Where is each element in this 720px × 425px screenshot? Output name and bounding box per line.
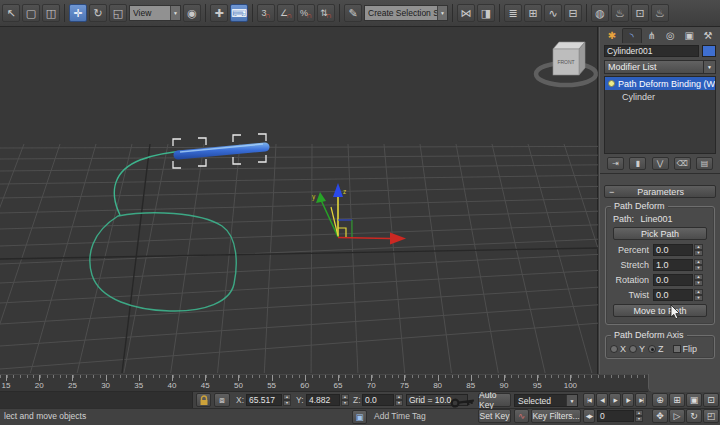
auto-key-button[interactable]: Auto Key	[478, 393, 511, 407]
keyboard-shortcut-override-toggle[interactable]: ⌨	[230, 4, 248, 22]
spinner-arrows[interactable]: ▲▼	[694, 244, 703, 256]
edit-named-selection-sets-button[interactable]: ✎	[344, 4, 362, 22]
add-time-tag[interactable]: Add Time Tag	[374, 411, 426, 421]
tab-utilities[interactable]: ⚒	[699, 28, 717, 43]
move-to-path-button[interactable]: Move to Path	[613, 304, 707, 317]
select-and-move-button[interactable]: ✛	[69, 4, 87, 22]
percent-snap-toggle-button[interactable]: %∩	[297, 4, 315, 22]
collapse-icon[interactable]: −	[609, 187, 614, 197]
move-gizmo[interactable]: z y	[312, 183, 406, 245]
go-to-end-button[interactable]: ▶|	[635, 393, 647, 407]
z-spinner[interactable]: ▲▼	[395, 394, 403, 406]
chevron-down-icon[interactable]: ▼	[437, 6, 447, 20]
maximize-viewport-toggle[interactable]: ◰	[703, 409, 719, 423]
spinner-snap-toggle-button[interactable]: ⇅∩	[317, 4, 335, 22]
zoom-extents-button[interactable]: ▣	[686, 393, 702, 407]
flip-checkbox[interactable]	[673, 345, 681, 353]
render-production-button[interactable]: ♨	[651, 4, 669, 22]
key-filters-button[interactable]: Key Filters...	[531, 409, 581, 423]
material-editor-button[interactable]: ◍	[591, 4, 609, 22]
modifier-stack-item[interactable]: Path Deform Binding (WS	[605, 77, 715, 90]
mirror-button[interactable]: ⋈	[457, 4, 475, 22]
snap-toggle-3d-button[interactable]: 3∩	[257, 4, 275, 22]
axis-radio-y[interactable]: Y	[629, 344, 645, 354]
chevron-down-icon[interactable]: ▼	[703, 61, 715, 73]
parameter-value-field[interactable]: 0.0	[653, 244, 693, 256]
chevron-down-icon[interactable]: ▼	[170, 6, 180, 20]
layer-manager-button[interactable]: ≣	[504, 4, 522, 22]
zoom-all-button[interactable]: ⊞	[669, 393, 685, 407]
timeline-ruler[interactable]: 1520253035404550556065707580859095100	[0, 374, 648, 392]
key-mode-toggle[interactable]: ◀▶	[583, 409, 595, 423]
window-crossing-toggle[interactable]: ◫	[42, 4, 60, 22]
reference-coordinate-system-dropdown[interactable]: View▼	[129, 5, 181, 21]
select-and-manipulate-button[interactable]: ✚	[210, 4, 228, 22]
viewport[interactable]: z y FRONT	[0, 27, 598, 374]
y-coordinate-field[interactable]: 4.882	[306, 394, 340, 406]
chevron-down-icon[interactable]: ▼	[566, 395, 577, 406]
frame-spinner[interactable]: ▲▼	[635, 410, 643, 422]
previous-frame-button[interactable]: ◀|	[596, 393, 608, 407]
select-object-button[interactable]: ↖	[2, 4, 20, 22]
rectangular-selection-region-button[interactable]: ▢	[22, 4, 40, 22]
parameter-value-field[interactable]: 1.0	[653, 259, 693, 271]
use-pivot-point-center-button[interactable]: ◉	[183, 4, 201, 22]
viewcube-front-label[interactable]: FRONT	[557, 59, 574, 65]
tab-motion[interactable]: ◎	[661, 28, 679, 43]
zoom-extents-all-button[interactable]: ⊡	[703, 393, 719, 407]
viewcube[interactable]: FRONT	[536, 42, 596, 85]
select-and-rotate-button[interactable]: ↻	[89, 4, 107, 22]
modifier-enabled-bulb-icon[interactable]	[608, 80, 615, 87]
default-in-out-tangents-button[interactable]: ∿	[514, 409, 529, 423]
object-name-field[interactable]: Cylinder001	[604, 45, 699, 57]
parameters-rollout-header[interactable]: − Parameters	[604, 185, 716, 198]
isolate-selection-toggle[interactable]: ▣	[352, 410, 367, 424]
track-bar[interactable]	[0, 392, 193, 408]
configure-modifier-sets-button[interactable]: ▤	[696, 157, 713, 170]
modifier-stack[interactable]: Path Deform Binding (WSCylinder	[604, 76, 716, 154]
angle-snap-toggle-button[interactable]: ∠∩	[277, 4, 295, 22]
parameter-value-field[interactable]: 0.0	[653, 289, 693, 301]
modifier-list-dropdown[interactable]: Modifier List ▼	[604, 60, 716, 74]
arc-rotate-button[interactable]: ↻	[686, 409, 702, 423]
schematic-view-button[interactable]: ⊟	[564, 4, 582, 22]
spinner-arrows[interactable]: ▲▼	[694, 289, 703, 301]
modifier-stack-item[interactable]: Cylinder	[605, 90, 715, 103]
tab-create[interactable]: ✱	[603, 28, 621, 43]
spinner-arrows[interactable]: ▲▼	[694, 259, 703, 271]
go-to-start-button[interactable]: |◀	[583, 393, 595, 407]
play-button[interactable]: ▶	[609, 393, 621, 407]
pin-stack-button[interactable]: ⇥	[607, 157, 624, 170]
pan-hand-button[interactable]: ✥	[652, 409, 668, 423]
select-and-scale-button[interactable]: ◱	[109, 4, 127, 22]
object-color-swatch[interactable]	[702, 45, 716, 57]
pick-path-button[interactable]: Pick Path	[613, 227, 707, 240]
next-frame-button[interactable]: |▶	[622, 393, 634, 407]
parameter-value-field[interactable]: 0.0	[653, 274, 693, 286]
axis-radio-z[interactable]: Z	[648, 344, 664, 354]
show-end-result-button[interactable]: ▮	[629, 157, 646, 170]
z-coordinate-field[interactable]: 0.0	[362, 394, 394, 406]
absolute-mode-toggle[interactable]: ⧈	[214, 393, 230, 407]
axis-radio-x[interactable]: X	[610, 344, 626, 354]
manage-scene-button[interactable]: ⊞	[524, 4, 542, 22]
curve-editor-button[interactable]: ∿	[544, 4, 562, 22]
tab-display[interactable]: ▣	[680, 28, 698, 43]
selection-set-key-dropdown[interactable]: Selected ▼	[514, 394, 578, 407]
tab-hierarchy[interactable]: ⋔	[643, 28, 661, 43]
rendered-frame-window-button[interactable]: ⊡	[631, 4, 649, 22]
walk-through-button[interactable]: ▷	[669, 409, 685, 423]
make-unique-button[interactable]: ⋁	[652, 157, 669, 170]
x-coordinate-field[interactable]: 65.517	[246, 394, 282, 406]
render-setup-button[interactable]: ♨	[611, 4, 629, 22]
named-selection-sets-dropdown[interactable]: Create Selection Se▼	[364, 5, 448, 21]
remove-modifier-button[interactable]: ⌫	[674, 157, 691, 170]
x-spinner[interactable]: ▲▼	[283, 394, 291, 406]
tab-modify[interactable]: ◝	[622, 28, 642, 43]
y-spinner[interactable]: ▲▼	[341, 394, 349, 406]
spinner-arrows[interactable]: ▲▼	[694, 274, 703, 286]
selection-lock-toggle[interactable]	[196, 393, 211, 407]
set-key-button[interactable]: Set Key	[478, 409, 511, 423]
align-button[interactable]: ◨	[477, 4, 495, 22]
zoom-button[interactable]: ⊕	[652, 393, 668, 407]
